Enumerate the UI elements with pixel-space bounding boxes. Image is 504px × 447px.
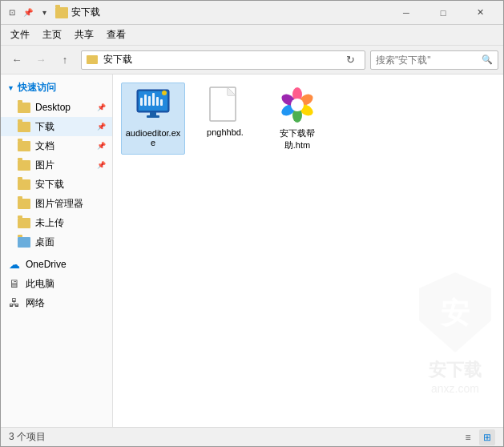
- network-icon: 🖧: [7, 296, 22, 309]
- sidebar-item-photo-manager[interactable]: 图片管理器: [1, 194, 112, 213]
- status-bar: 3 个项目 ≡ ⊞: [1, 427, 503, 446]
- sidebar-label-not-uploaded: 未上传: [35, 216, 64, 230]
- menu-view[interactable]: 查看: [100, 26, 132, 44]
- item-count: 3 个项目: [9, 430, 46, 444]
- sidebar-label-desktop: Desktop: [35, 102, 71, 113]
- address-breadcrumb: 安下载: [87, 53, 341, 66]
- quick-access-header[interactable]: ▼ 快速访问: [1, 78, 112, 98]
- quick-access-arrow: ▼: [7, 84, 14, 92]
- file-icon-pnghhbd: [206, 86, 244, 124]
- pin-icon-downloads: 📌: [97, 123, 106, 131]
- maximize-button[interactable]: □: [425, 1, 462, 25]
- file-item-audioeditor[interactable]: audioeditor.exe: [121, 83, 185, 155]
- main-area: ▼ 快速访问 Desktop 📌 下载 📌 文档 📌: [1, 74, 503, 427]
- folder-icon-downloads: [17, 122, 31, 132]
- files-grid: audioeditor.exe pnghhbd.: [121, 83, 495, 155]
- photos-icon-svg: [279, 87, 316, 123]
- large-icons-view-button[interactable]: ⊞: [479, 429, 495, 445]
- sidebar-item-onedrive[interactable]: ☁ OneDrive: [1, 255, 112, 274]
- sidebar-item-downloads[interactable]: 下载 📌: [1, 117, 112, 136]
- address-bar[interactable]: 安下载 ↻: [81, 50, 365, 70]
- title-folder-icon: [55, 7, 68, 18]
- close-button[interactable]: ✕: [462, 1, 498, 25]
- sidebar-item-this-pc[interactable]: 🖥 此电脑: [1, 274, 112, 293]
- svg-rect-7: [156, 97, 159, 106]
- menu-bar: 文件 主页 共享 查看: [1, 25, 503, 46]
- svg-rect-5: [148, 96, 151, 106]
- menu-home[interactable]: 主页: [36, 26, 68, 44]
- folder-icon-desktop2: [17, 237, 31, 248]
- breadcrumb-label: 安下载: [103, 53, 132, 66]
- watermark-url-text: anxz.com: [431, 382, 479, 395]
- title-bar-icons: ⊡ 📌 ▾: [6, 6, 50, 19]
- sidebar-item-desktop[interactable]: Desktop 📌: [1, 98, 112, 117]
- title-bar: ⊡ 📌 ▾ 安下载 ─ □ ✕: [1, 1, 503, 25]
- svg-point-22: [291, 99, 304, 111]
- sidebar: ▼ 快速访问 Desktop 📌 下载 📌 文档 📌: [1, 74, 113, 427]
- watermark-main-text: 安下载: [429, 358, 482, 382]
- up-button[interactable]: ↑: [54, 49, 76, 71]
- svg-rect-6: [152, 93, 155, 106]
- quick-access-toolbar-down[interactable]: ▾: [38, 6, 50, 19]
- quick-access-toolbar-pin[interactable]: 📌: [22, 6, 34, 19]
- file-icon-help: [278, 86, 317, 124]
- sidebar-label-onedrive: OneDrive: [26, 259, 67, 270]
- sidebar-item-documents[interactable]: 文档 📌: [1, 136, 112, 155]
- title-bar-controls: ─ □ ✕: [388, 1, 498, 25]
- onedrive-icon: ☁: [7, 258, 22, 271]
- quick-access-label: 快速访问: [18, 81, 56, 95]
- file-label-pnghhbd: pnghhbd.: [207, 127, 244, 137]
- sidebar-label-network: 网络: [26, 296, 45, 310]
- svg-rect-4: [144, 95, 147, 106]
- sidebar-item-desktop2[interactable]: 桌面: [1, 232, 112, 252]
- search-icon: 🔍: [482, 54, 493, 65]
- sidebar-label-downloads: 下载: [35, 120, 54, 134]
- sidebar-item-network[interactable]: 🖧 网络: [1, 293, 112, 312]
- pin-icon-desktop: 📌: [97, 103, 106, 111]
- folder-icon-pictures: [17, 160, 31, 171]
- file-label-help: 安下载帮助.htm: [280, 127, 315, 151]
- pc-icon: 🖥: [7, 277, 22, 290]
- watermark: 安 安下载 anxz.com: [415, 268, 495, 395]
- sidebar-item-not-uploaded[interactable]: 未上传: [1, 213, 112, 232]
- menu-share[interactable]: 共享: [68, 26, 100, 44]
- status-bar-right: ≡ ⊞: [460, 429, 495, 445]
- sidebar-label-this-pc: 此电脑: [26, 277, 54, 291]
- sidebar-label-anxiazai: 安下载: [35, 178, 64, 191]
- svg-point-11: [162, 91, 167, 95]
- file-item-help[interactable]: 安下载帮助.htm: [265, 83, 329, 155]
- search-bar[interactable]: 🔍: [370, 50, 498, 70]
- svg-rect-10: [147, 115, 159, 118]
- sidebar-label-photo-manager: 图片管理器: [35, 197, 83, 211]
- details-view-button[interactable]: ≡: [460, 429, 476, 445]
- sidebar-item-pictures[interactable]: 图片 📌: [1, 155, 112, 175]
- sidebar-label-desktop2: 桌面: [35, 236, 54, 249]
- folder-icon-not-uploaded: [17, 218, 31, 228]
- breadcrumb-folder-icon: [87, 54, 98, 66]
- svg-rect-8: [160, 99, 163, 106]
- sidebar-label-pictures: 图片: [35, 159, 54, 172]
- file-area[interactable]: 安 安下载 anxz.com: [113, 74, 503, 427]
- back-button[interactable]: ←: [6, 49, 28, 71]
- file-item-pnghhbd[interactable]: pnghhbd.: [193, 83, 257, 155]
- svg-rect-9: [150, 112, 156, 115]
- folder-icon-desktop: [17, 103, 31, 113]
- exe-icon-svg: [134, 87, 172, 125]
- pin-icon-documents: 📌: [97, 142, 106, 150]
- window-icon: ⊡: [6, 6, 18, 19]
- refresh-button[interactable]: ↻: [341, 50, 360, 70]
- folder-icon-anxiazai: [17, 179, 31, 190]
- sidebar-item-anxiazai[interactable]: 安下载: [1, 175, 112, 194]
- file-label-audioeditor: audioeditor.exe: [125, 128, 181, 147]
- menu-file[interactable]: 文件: [4, 26, 36, 44]
- svg-rect-3: [140, 98, 143, 106]
- search-input[interactable]: [376, 54, 482, 66]
- svg-text:安: 安: [439, 296, 470, 329]
- forward-button: →: [30, 49, 52, 71]
- minimize-button[interactable]: ─: [388, 1, 425, 25]
- sidebar-label-documents: 文档: [35, 139, 54, 153]
- watermark-shield: 安: [415, 268, 495, 356]
- pin-icon-pictures: 📌: [97, 161, 106, 169]
- generic-file-icon-svg: [208, 86, 242, 124]
- title-text: 安下载: [71, 6, 388, 19]
